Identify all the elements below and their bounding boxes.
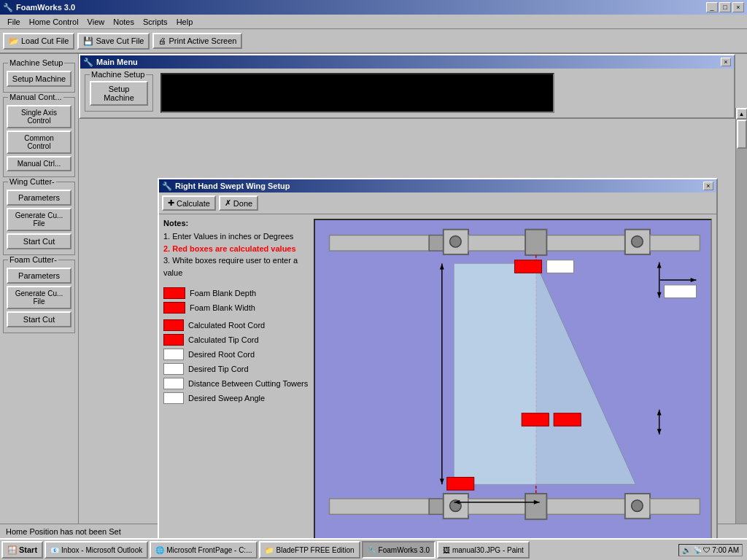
menu-help[interactable]: Help: [172, 16, 198, 28]
windows-logo: 🪟: [7, 545, 18, 555]
foamworks-icon: 🔧: [368, 546, 376, 554]
taskbar-right: 🔊 📡 🛡 7:00 AM: [678, 544, 746, 556]
scroll-track: [736, 120, 748, 560]
scroll-up-button[interactable]: ▲: [736, 108, 748, 120]
menu-home-control[interactable]: Home Control: [25, 16, 83, 28]
svg-rect-35: [447, 478, 474, 491]
svg-point-19: [632, 500, 643, 512]
wing-cutter-label: Wing Cutter-: [8, 177, 56, 186]
scroll-thumb[interactable]: [737, 120, 747, 149]
notes-lines: 1. Enter Values in inches or Degrees 2. …: [163, 230, 309, 279]
print-icon: 🖨: [158, 36, 166, 45]
swept-wing-close-button[interactable]: ×: [703, 182, 713, 190]
maximize-button[interactable]: □: [719, 2, 731, 12]
swept-wing-dialog: 🔧 Right Hand Swept Wing Setup × ✚ Calcul…: [158, 178, 718, 538]
legend-foam-width: Foam Blank Width: [163, 302, 309, 314]
foam-start-cut-button[interactable]: Start Cut: [7, 311, 71, 327]
svg-rect-20: [650, 499, 700, 514]
start-button[interactable]: 🪟 Start: [1, 541, 43, 559]
foam-width-color-indicator: [163, 302, 185, 314]
wing-generate-cut-button[interactable]: Generate Cu...File: [7, 208, 71, 231]
main-menu-window: 🔧 Main Menu × Machine Setup Setup Machin…: [79, 54, 735, 119]
wing-cutter-group: Wing Cutter- Parameters Generate Cu...Fi…: [3, 182, 75, 255]
main-menu-icon: 🔧: [83, 58, 93, 67]
minimize-button[interactable]: _: [706, 2, 718, 12]
menu-notes[interactable]: Notes: [109, 16, 139, 28]
swept-wing-title-icon: 🔧: [162, 182, 172, 191]
calc-root-box: [163, 319, 184, 331]
main-menu-close-button[interactable]: ×: [721, 58, 731, 66]
frontpage-icon: 🌐: [155, 546, 164, 554]
field-calc-tip: Calculated Tip Cord: [163, 334, 309, 346]
app-title-bar: 🔧 FoamWorks 3.0 _ □ ×: [0, 0, 747, 15]
field-desired-root: Desired Root Cord: [163, 349, 309, 360]
dialog-toolbar: ✚ Calculate ✗ Done: [159, 192, 716, 214]
svg-rect-30: [522, 413, 549, 427]
svg-rect-8: [650, 236, 700, 251]
taskbar-item-paint[interactable]: 🖼 manual30.JPG - Paint: [437, 541, 530, 559]
note-line-3: 3. White boxes require user to enter a v…: [163, 254, 309, 279]
note-line-2: 2. Red boxes are calculated values: [163, 243, 309, 255]
svg-rect-21: [525, 494, 546, 519]
taskbar-item-frontpage[interactable]: 🌐 Microsoft FrontPage - C:...: [150, 541, 258, 559]
load-cut-file-button[interactable]: 📂 Load Cut File: [3, 33, 74, 50]
status-text: Home Position has not been Set: [6, 527, 121, 536]
svg-rect-13: [330, 499, 430, 514]
load-icon: 📂: [9, 36, 19, 46]
paint-icon: 🖼: [443, 546, 450, 554]
print-active-screen-button[interactable]: 🖨 Print Active Screen: [152, 33, 242, 49]
svg-marker-12: [454, 264, 535, 485]
dialog-content: Notes: 1. Enter Values in inches or Degr…: [159, 214, 716, 538]
manual-control-group: Manual Cont... Single AxisControl Common…: [3, 97, 75, 177]
save-icon: 💾: [83, 36, 93, 46]
done-button[interactable]: ✗ Done: [219, 195, 258, 211]
taskbar-item-foamworks[interactable]: 🔧 FoamWorks 3.0: [362, 541, 436, 559]
main-menu-body: Machine Setup Setup Machine: [80, 69, 734, 117]
desired-root-label: Desired Root Cord: [188, 350, 255, 359]
wing-start-cut-button[interactable]: Start Cut: [7, 233, 71, 249]
note-line-1: 1. Enter Values in inches or Degrees: [163, 230, 309, 243]
svg-rect-23: [546, 260, 573, 273]
manual-ctrl-button[interactable]: Manual Ctrl...: [7, 156, 71, 171]
close-button[interactable]: ×: [732, 2, 744, 12]
setup-machine-button[interactable]: Setup Machine: [7, 71, 71, 87]
system-tray: 🔊 📡 🛡 7:00 AM: [678, 544, 743, 556]
wing-parameters-button[interactable]: Parameters: [7, 190, 71, 206]
outlook-icon: 📧: [50, 546, 59, 554]
calc-tip-box: [163, 334, 184, 346]
main-menu-title-bar: 🔧 Main Menu ×: [80, 55, 734, 69]
setup-machine-inner-button[interactable]: Setup Machine: [90, 81, 148, 106]
menu-file[interactable]: File: [3, 16, 25, 28]
foam-parameters-button[interactable]: Parameters: [7, 268, 71, 284]
scrollbar-right: ▲ ▼: [735, 108, 747, 560]
swept-wing-title: Right Hand Swept Wing Setup: [175, 182, 290, 190]
desired-root-box[interactable]: [163, 349, 184, 360]
menu-scripts[interactable]: Scripts: [139, 16, 172, 28]
sweep-angle-box[interactable]: [163, 392, 184, 404]
distance-towers-box[interactable]: [163, 378, 184, 389]
save-cut-file-button[interactable]: 💾 Save Cut File: [77, 33, 150, 50]
single-axis-control-button[interactable]: Single AxisControl: [7, 105, 71, 128]
desired-tip-box[interactable]: [163, 363, 184, 375]
left-panel: Machine Setup Setup Machine Manual Cont.…: [0, 54, 79, 538]
svg-rect-2: [429, 236, 444, 251]
field-list: Calculated Root Cord Calculated Tip Cord…: [163, 319, 309, 404]
preview-area: [160, 73, 554, 113]
foam-generate-cut-button[interactable]: Generate Cu...File: [7, 286, 71, 309]
main-area: Machine Setup Setup Machine Manual Cont.…: [0, 54, 747, 538]
diagram-area: [314, 219, 712, 538]
foam-cutter-group: Foam Cutter- Parameters Generate Cu...Fi…: [3, 260, 75, 333]
distance-towers-label: Distance Between Cutting Towers: [188, 379, 308, 388]
taskbar: 🪟 Start 📧 Inbox - Microsoft Outlook 🌐 Mi…: [0, 538, 747, 560]
foam-cutter-label: Foam Cutter-: [8, 255, 58, 264]
field-desired-tip: Desired Tip Cord: [163, 363, 309, 375]
taskbar-item-bladeftp[interactable]: 📁 BladeFTP FREE Edition: [259, 541, 360, 559]
calculate-button[interactable]: ✚ Calculate: [162, 195, 216, 211]
common-axis-control-button[interactable]: Common Control: [7, 131, 71, 154]
taskbar-item-outlook[interactable]: 📧 Inbox - Microsoft Outlook: [44, 541, 148, 559]
svg-rect-1: [330, 236, 430, 251]
calculate-icon: ✚: [168, 198, 174, 208]
menu-view[interactable]: View: [83, 16, 109, 28]
foam-depth-color-indicator: [163, 287, 185, 299]
calc-root-label: Calculated Root Cord: [188, 321, 265, 330]
